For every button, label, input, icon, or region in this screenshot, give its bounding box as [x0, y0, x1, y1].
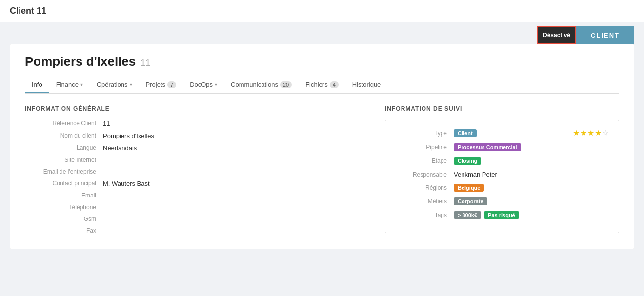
label-email: Email — [25, 192, 103, 199]
label-metiers: Métiers — [395, 198, 454, 205]
tab-historique[interactable]: Historique — [345, 77, 388, 93]
label-telephone: Téléphone — [25, 204, 103, 211]
suivi-row-metiers: Métiers Corporate — [395, 197, 609, 205]
value-tags: > 300k€ Pas risqué — [454, 211, 609, 219]
info-row-telephone: Téléphone — [25, 204, 365, 211]
tab-projets[interactable]: Projets 7 — [139, 77, 183, 93]
label-etape: Etape — [395, 158, 454, 164]
tag-pas-risque: Pas risqué — [484, 211, 519, 219]
suivi-row-regions: Régions Belgique — [395, 184, 609, 192]
info-suivi-title: INFORMATION DE SUIVI — [385, 105, 619, 112]
chevron-down-icon: ▾ — [130, 82, 132, 87]
client-id: 11 — [141, 58, 150, 68]
label-type: Type — [395, 130, 454, 137]
label-contact: Contact principal — [25, 180, 103, 187]
info-generale-title: INFORMATION GÉNÉRALE — [25, 105, 365, 112]
star-4: ★ — [595, 128, 602, 138]
value-regions: Belgique — [454, 184, 609, 192]
client-title-row: Pompiers d'Ixelles 11 — [25, 54, 619, 69]
info-row-contact: Contact principal M. Wauters Bast — [25, 180, 365, 187]
main-card: Pompiers d'Ixelles 11 Info Finance ▾ Opé… — [10, 44, 634, 249]
tag-corporate: Corporate — [454, 197, 487, 205]
suivi-card: Type Client ★ ★ ★ ★ ☆ — [385, 120, 619, 233]
tab-docops[interactable]: DocOps ▾ — [183, 77, 224, 93]
info-row-langue: Langue Néerlandais — [25, 144, 365, 152]
tab-operations[interactable]: Opérations ▾ — [90, 77, 139, 93]
value-reference: 11 — [103, 120, 110, 127]
chevron-down-icon: ▾ — [215, 82, 217, 87]
label-reference: Référence Client — [25, 120, 103, 127]
info-suivi-section: INFORMATION DE SUIVI Type Client ★ ★ ★ ★… — [385, 105, 619, 239]
tag-client: Client — [454, 129, 477, 137]
top-bar: Désactivé CLIENT — [0, 22, 644, 44]
suivi-row-pipeline: Pipeline Processus Commercial — [395, 143, 609, 151]
value-pipeline: Processus Commercial — [454, 143, 609, 151]
info-row-fax: Fax — [25, 227, 365, 234]
tag-closing: Closing — [454, 157, 481, 165]
label-tags: Tags — [395, 212, 454, 218]
page-title: Client 11 — [10, 6, 634, 16]
label-pipeline: Pipeline — [395, 144, 454, 151]
value-contact: M. Wauters Bast — [103, 180, 150, 187]
label-regions: Régions — [395, 184, 454, 191]
page-header: Client 11 — [0, 0, 644, 22]
star-5: ☆ — [602, 128, 609, 138]
value-type: Client ★ ★ ★ ★ ☆ — [454, 128, 609, 138]
star-1: ★ — [573, 128, 580, 138]
label-gsm: Gsm — [25, 216, 103, 222]
suivi-row-type: Type Client ★ ★ ★ ★ ☆ — [395, 128, 609, 138]
tab-fichiers[interactable]: Fichiers 4 — [299, 77, 345, 93]
star-3: ★ — [587, 128, 594, 138]
client-name: Pompiers d'Ixelles — [25, 54, 136, 69]
suivi-row-tags: Tags > 300k€ Pas risqué — [395, 211, 609, 219]
info-row-email-entreprise: Email de l'entreprise — [25, 168, 365, 175]
info-row-site: Site Internet — [25, 157, 365, 163]
label-site: Site Internet — [25, 157, 103, 163]
star-2: ★ — [580, 128, 587, 138]
value-responsable: Venkman Peter — [454, 171, 609, 178]
info-row-nom: Nom du client Pompiers d'Ixelles — [25, 132, 365, 139]
suivi-row-responsable: Responsable Venkman Peter — [395, 171, 609, 178]
tab-finance[interactable]: Finance ▾ — [49, 77, 90, 93]
client-tab-button[interactable]: CLIENT — [576, 26, 634, 44]
info-row-reference: Référence Client 11 — [25, 120, 365, 127]
value-metiers: Corporate — [454, 197, 609, 205]
chevron-down-icon: ▾ — [80, 82, 83, 87]
label-fax: Fax — [25, 227, 103, 234]
stars-rating: ★ ★ ★ ★ ☆ — [573, 128, 609, 138]
label-nom: Nom du client — [25, 132, 103, 139]
suivi-row-etape: Etape Closing — [395, 157, 609, 165]
tabs-bar: Info Finance ▾ Opérations ▾ Projets 7 Do… — [25, 77, 619, 94]
tag-belgique: Belgique — [454, 184, 484, 192]
info-generale-section: INFORMATION GÉNÉRALE Référence Client 11… — [25, 105, 365, 239]
content-columns: INFORMATION GÉNÉRALE Référence Client 11… — [25, 105, 619, 239]
info-row-email: Email — [25, 192, 365, 199]
info-row-gsm: Gsm — [25, 216, 365, 222]
value-nom: Pompiers d'Ixelles — [103, 132, 154, 139]
tag-300k: > 300k€ — [454, 211, 481, 219]
label-langue: Langue — [25, 144, 103, 151]
tab-communications[interactable]: Communications 20 — [224, 77, 299, 93]
label-email-entreprise: Email de l'entreprise — [25, 168, 103, 175]
tag-processus: Processus Commercial — [454, 143, 521, 151]
value-etape: Closing — [454, 157, 609, 165]
label-responsable: Responsable — [395, 171, 454, 178]
tab-info[interactable]: Info — [25, 77, 49, 93]
value-langue: Néerlandais — [103, 144, 137, 152]
desactive-button[interactable]: Désactivé — [537, 26, 576, 44]
